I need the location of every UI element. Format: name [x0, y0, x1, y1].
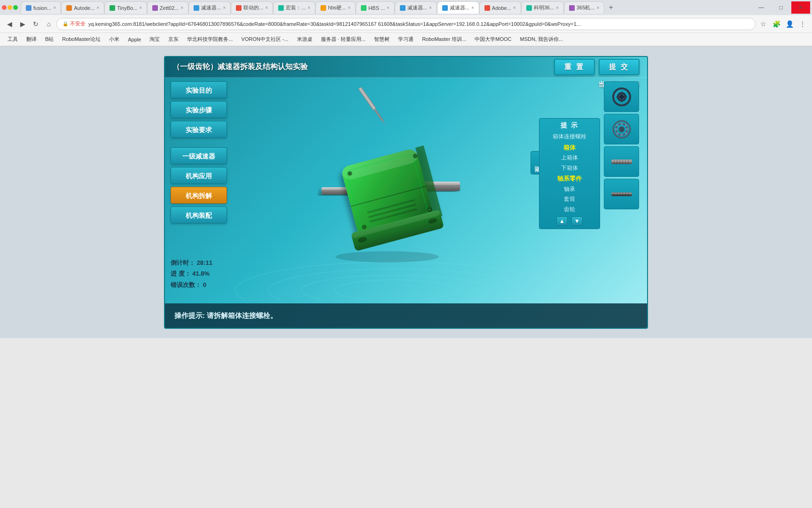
bookmark-voron[interactable]: VORON中文社区 -...: [238, 34, 292, 45]
tab-4[interactable]: Zett02... ×: [147, 1, 188, 14]
sidebar-btn-application[interactable]: 机构应用: [171, 167, 227, 184]
tab-11[interactable]: 减速器... ×: [437, 1, 479, 14]
hint-item-3[interactable]: 下箱体: [543, 163, 596, 174]
window-restore-icon[interactable]: □: [772, 1, 790, 14]
bookmark-xuexitong[interactable]: 学习通: [394, 34, 417, 45]
security-icon: 🔒: [62, 21, 68, 26]
tab-14[interactable]: 365机... ×: [564, 1, 604, 14]
hint-nav-up[interactable]: ▲: [556, 216, 568, 226]
window-close-btn[interactable]: [2, 5, 7, 10]
reset-button[interactable]: 重 置: [554, 59, 595, 75]
browser-chrome: fusion... × Autode... × TinyBo... × Zett…: [0, 0, 812, 47]
bookmark-zhihuishu[interactable]: 智慧树: [370, 34, 393, 45]
header-buttons: 重 置 提 交: [554, 59, 640, 75]
errors-display: 错误次数： 0: [171, 279, 212, 290]
hint-item-5[interactable]: 轴承: [543, 184, 596, 195]
tab-2[interactable]: Autode... ×: [61, 1, 104, 14]
menu-btn[interactable]: ⋮: [797, 18, 808, 30]
sidebar-btn-disassembly[interactable]: 机构拆解: [171, 187, 227, 204]
sidebar-btn-assembly[interactable]: 机构装配: [171, 206, 227, 223]
svg-point-35: [620, 92, 623, 95]
component-icon-2[interactable]: [604, 114, 639, 144]
tab-9[interactable]: HBS ... ×: [356, 1, 395, 14]
progress-display: 进 度： 41.8%: [171, 268, 212, 279]
model-area[interactable]: [231, 81, 544, 300]
bookmark-bilibili[interactable]: B站: [41, 34, 57, 45]
new-tab-button[interactable]: +: [604, 1, 617, 14]
bookmark-taobao[interactable]: 淘宝: [146, 34, 164, 45]
submit-button[interactable]: 提 交: [599, 59, 640, 75]
tab-5[interactable]: 减速器... ×: [188, 1, 231, 14]
bookmark-jd[interactable]: 京东: [164, 34, 182, 45]
window-minimize-btn[interactable]: [8, 5, 12, 10]
sidebar-btn-reducer[interactable]: 一级减速器: [171, 147, 227, 164]
hint-item-4[interactable]: 轴系零件: [543, 173, 596, 184]
bookmark-tools[interactable]: 工具: [4, 34, 22, 45]
hint-item-1[interactable]: 箱体: [543, 142, 596, 153]
tab-10[interactable]: 减速器... ×: [395, 1, 437, 14]
bookmark-apple[interactable]: Apple: [124, 34, 145, 45]
sidebar-btn-purpose[interactable]: 实验目的: [171, 81, 227, 98]
reducer-svg: [312, 131, 462, 262]
bookmark-xiaomi[interactable]: 小米: [105, 34, 123, 45]
main-viewport[interactable]: [231, 81, 544, 300]
hint-item-6[interactable]: 套筒: [543, 194, 596, 205]
app-header: （一级齿轮）减速器拆装及结构认知实验 重 置 提 交: [165, 57, 647, 78]
tab-7[interactable]: 宏装：... ×: [273, 1, 315, 14]
svg-rect-4: [358, 87, 376, 111]
tab-close-1[interactable]: ×: [54, 5, 56, 10]
svg-point-36: [620, 99, 623, 102]
forward-button[interactable]: ▶: [17, 18, 28, 30]
page-content: （一级齿轮）减速器拆装及结构认知实验 重 置 提 交 当前积分: 230 实验目…: [0, 47, 812, 338]
address-bar[interactable]: 🔒 不安全 yq.keming365.com:8181/webclient?ap…: [56, 18, 756, 30]
svg-point-38: [624, 95, 627, 98]
bookmark-robomaster[interactable]: RoboMaster论坛: [58, 34, 104, 45]
bookmark-miyouke[interactable]: 米游桌: [293, 34, 316, 45]
bookmark-translate[interactable]: 翻译: [23, 34, 40, 45]
tab-13[interactable]: 科明36... ×: [521, 1, 564, 14]
profile-btn[interactable]: 👤: [784, 18, 795, 30]
hint-title: 提 示: [543, 121, 596, 130]
home-button[interactable]: ⌂: [43, 18, 55, 30]
component-icon-1[interactable]: [604, 81, 639, 112]
refresh-button[interactable]: ↻: [30, 18, 41, 30]
component-icon-3[interactable]: [604, 146, 639, 177]
sidebar-btn-steps[interactable]: 实验步骤: [171, 101, 227, 118]
svg-point-47: [616, 132, 618, 135]
nav-bar: ◀ ▶ ↻ ⌂ 🔒 不安全 yq.keming365.com:8181/webc…: [0, 15, 812, 33]
tab-1[interactable]: fusion... ×: [21, 1, 61, 14]
window-maximize-btn[interactable]: [13, 5, 18, 10]
tab-12[interactable]: Adobe... ×: [479, 1, 521, 14]
bottom-bar: 操作提示: 请拆解箱体连接螺栓。: [165, 303, 647, 328]
tab-3[interactable]: TinyBo... ×: [104, 1, 147, 14]
hint-item-7[interactable]: 齿轮: [543, 205, 596, 215]
window-minimize-icon[interactable]: —: [752, 1, 771, 14]
svg-point-48: [615, 128, 617, 130]
back-button[interactable]: ◀: [4, 18, 15, 30]
sidebar-btn-requirements[interactable]: 实验要求: [171, 121, 227, 138]
tab-favicon-1: [26, 5, 31, 11]
bookmark-msdn[interactable]: MSDN, 我告诉你...: [516, 34, 567, 45]
bookmarks-bar: 工具 翻译 B站 RoboMaster论坛 小米 Apple 淘宝 京东 华北科…: [0, 33, 812, 46]
hint-item-2[interactable]: 上箱体: [543, 153, 596, 163]
svg-point-42: [620, 122, 623, 125]
extensions-btn[interactable]: 🧩: [771, 18, 782, 30]
gear-reducer-model[interactable]: [312, 131, 462, 264]
tab-8[interactable]: hbs硬... ×: [315, 1, 356, 14]
tab-6[interactable]: 联动的... ×: [231, 1, 273, 14]
hint-nav-down[interactable]: ▼: [571, 216, 583, 226]
bookmark-server[interactable]: 服务器 · 轻量应用...: [317, 34, 369, 45]
bookmark-star[interactable]: ☆: [757, 18, 769, 30]
hint-item-0[interactable]: 箱体连接螺栓: [543, 132, 596, 142]
component-icon-4[interactable]: [604, 179, 639, 209]
component-icon-svg-4: [610, 189, 633, 199]
security-label: 不安全: [70, 20, 86, 27]
hint-box-content: 提 示 箱体连接螺栓 箱体 上箱体 下箱体 轴系零件 轴承 套筒 齿轮 ▲ ▼: [539, 118, 600, 229]
window-close-icon[interactable]: ✕: [791, 1, 810, 14]
svg-point-43: [625, 124, 627, 127]
hint-nav: ▲ ▼: [543, 216, 596, 226]
bookmark-huabei[interactable]: 华北科技学院教务...: [183, 34, 236, 45]
bookmark-mooc[interactable]: 中国大学MOOC: [471, 34, 515, 45]
bookmark-robomaster-train[interactable]: RoboMaster 培训...: [418, 34, 470, 45]
svg-point-41: [619, 127, 625, 132]
